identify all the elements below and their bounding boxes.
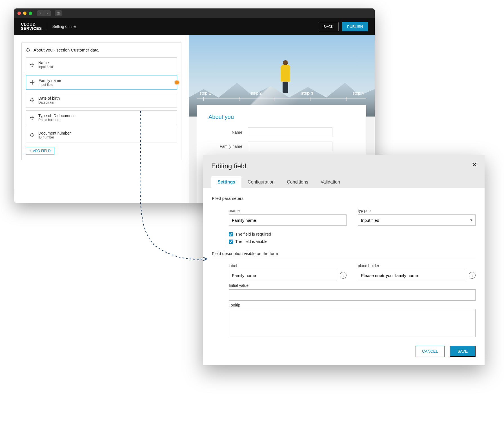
field-meta: Type of ID document Radio buttons bbox=[38, 113, 75, 122]
save-button[interactable]: SAVE bbox=[450, 346, 476, 357]
tab-validation[interactable]: Validation bbox=[314, 176, 346, 188]
section-header[interactable]: About you - section Customer data bbox=[26, 48, 177, 52]
type-select-value: Input filed bbox=[361, 218, 379, 223]
stepper-tick bbox=[239, 97, 239, 101]
preview-row-family-name: Family name bbox=[208, 142, 355, 151]
move-icon[interactable] bbox=[30, 115, 34, 120]
field-title: Name bbox=[38, 61, 53, 65]
window-controls bbox=[17, 12, 32, 15]
field-title: Document number bbox=[38, 131, 71, 135]
close-window-icon[interactable] bbox=[17, 12, 21, 15]
preview-input-name[interactable] bbox=[248, 128, 332, 137]
connection-handle[interactable] bbox=[175, 80, 179, 84]
field-title: Date of birth bbox=[38, 96, 60, 100]
step-3[interactable]: step 3 bbox=[299, 91, 315, 99]
description-grid: label i place holder i Initial value Too… bbox=[212, 263, 476, 338]
field-type: typ pola Input filed ▾ bbox=[358, 208, 476, 226]
checkbox-visible[interactable] bbox=[229, 240, 233, 244]
group-field-parameters: Filed parameters bbox=[212, 196, 476, 203]
field-placeholder: place holder i bbox=[358, 263, 476, 281]
close-icon: ✕ bbox=[472, 161, 477, 169]
step-4[interactable]: step 4 bbox=[350, 91, 366, 99]
add-field-button[interactable]: + ADD FIELD bbox=[26, 147, 54, 155]
label-label: label bbox=[229, 263, 337, 268]
field-subtitle: Datepicker bbox=[38, 100, 60, 104]
checkbox-required[interactable] bbox=[229, 232, 233, 236]
checkbox-required-label: The field is required bbox=[235, 232, 271, 236]
stepper-tick bbox=[310, 97, 310, 101]
checkbox-visible-row[interactable]: The field is visible bbox=[229, 239, 476, 244]
move-icon[interactable] bbox=[30, 62, 34, 67]
plus-icon: + bbox=[29, 149, 31, 153]
stepper-line bbox=[197, 99, 366, 99]
brand-divider bbox=[47, 23, 47, 30]
minimize-window-icon[interactable] bbox=[23, 12, 26, 15]
field-meta: Name Input field bbox=[38, 61, 53, 69]
field-card-id-type[interactable]: Type of ID document Radio buttons bbox=[26, 110, 177, 125]
back-nav-button[interactable]: ‹ bbox=[37, 10, 44, 16]
field-subtitle: ID number bbox=[38, 135, 71, 139]
placeholder-input[interactable] bbox=[358, 270, 466, 281]
tooltip-label: Tooltip bbox=[229, 303, 476, 307]
tab-conditions[interactable]: Conditions bbox=[281, 176, 314, 188]
move-icon[interactable] bbox=[30, 133, 34, 137]
brand-line1: CLOUD bbox=[21, 22, 42, 26]
name-input[interactable] bbox=[229, 214, 347, 226]
field-title: Type of ID document bbox=[38, 113, 75, 118]
step-1[interactable]: step 1 bbox=[197, 91, 213, 99]
field-subtitle: Input field bbox=[39, 83, 61, 87]
section-title: About you - section Customer data bbox=[34, 48, 99, 52]
group-field-description: Field description visible on the form bbox=[212, 251, 476, 258]
header-actions: BACK PUBLISH bbox=[318, 22, 368, 31]
preview-row-name: Name bbox=[208, 128, 355, 137]
step-2[interactable]: step 2 bbox=[248, 91, 264, 99]
field-name: mame bbox=[229, 208, 347, 226]
initial-value-input[interactable] bbox=[229, 289, 476, 301]
field-meta: Document number ID number bbox=[38, 131, 71, 139]
stepper-tick bbox=[203, 97, 204, 101]
field-card-family-name[interactable]: Family name Input field bbox=[26, 75, 177, 90]
type-label: typ pola bbox=[358, 208, 476, 213]
modal-body: Filed parameters mame typ pola Input fil… bbox=[203, 188, 485, 365]
editing-field-modal: Editing field ✕ Settings Configuration C… bbox=[203, 155, 485, 365]
stepper-tick bbox=[274, 97, 274, 101]
placeholder-label: place holder bbox=[358, 263, 466, 268]
tooltip-input[interactable] bbox=[229, 309, 476, 337]
sidebar-toggle-button[interactable]: ◫ bbox=[55, 10, 62, 16]
maximize-window-icon[interactable] bbox=[29, 12, 32, 15]
checkbox-visible-label: The field is visible bbox=[235, 239, 267, 244]
tab-configuration[interactable]: Configuration bbox=[241, 176, 281, 188]
info-icon[interactable]: i bbox=[469, 272, 476, 279]
field-title: Family name bbox=[39, 78, 61, 83]
params-grid: mame typ pola Input filed ▾ The field is… bbox=[212, 208, 476, 244]
label-input[interactable] bbox=[229, 270, 337, 281]
move-icon[interactable] bbox=[30, 98, 34, 102]
tab-settings[interactable]: Settings bbox=[211, 176, 241, 188]
modal-title: Editing field bbox=[211, 162, 476, 170]
checkbox-required-row[interactable]: The field is required bbox=[229, 232, 476, 236]
preview-input-family-name[interactable] bbox=[248, 142, 332, 151]
publish-button[interactable]: PUBLISH bbox=[342, 22, 368, 31]
brand-logo: CLOUD SERVICES bbox=[21, 22, 42, 30]
type-select[interactable]: Input filed ▾ bbox=[358, 214, 476, 226]
move-icon[interactable] bbox=[30, 80, 35, 85]
move-icon[interactable] bbox=[26, 48, 30, 52]
close-button[interactable]: ✕ bbox=[470, 161, 478, 169]
info-icon[interactable]: i bbox=[340, 272, 347, 279]
chevron-down-icon: ▾ bbox=[470, 218, 472, 223]
preview-label-family-name: Family name bbox=[208, 144, 242, 149]
preview-label-name: Name bbox=[208, 130, 242, 135]
back-button[interactable]: BACK bbox=[318, 22, 339, 31]
hero-image bbox=[189, 35, 375, 117]
section-card: About you - section Customer data Name I… bbox=[21, 42, 181, 160]
history-nav: ‹ › bbox=[37, 10, 51, 16]
field-subtitle: Radio buttons bbox=[38, 118, 75, 122]
forward-nav-button[interactable]: › bbox=[44, 10, 51, 16]
field-card-dob[interactable]: Date of birth Datepicker bbox=[26, 93, 177, 108]
field-card-doc-number[interactable]: Document number ID number bbox=[26, 128, 177, 142]
initial-value-label: Initial value bbox=[229, 283, 476, 288]
brand-line2: SERVICES bbox=[21, 26, 42, 31]
field-card-name[interactable]: Name Input field bbox=[26, 57, 177, 72]
field-initial-value: Initial value bbox=[229, 283, 476, 301]
cancel-button[interactable]: CANCEL bbox=[416, 346, 445, 357]
